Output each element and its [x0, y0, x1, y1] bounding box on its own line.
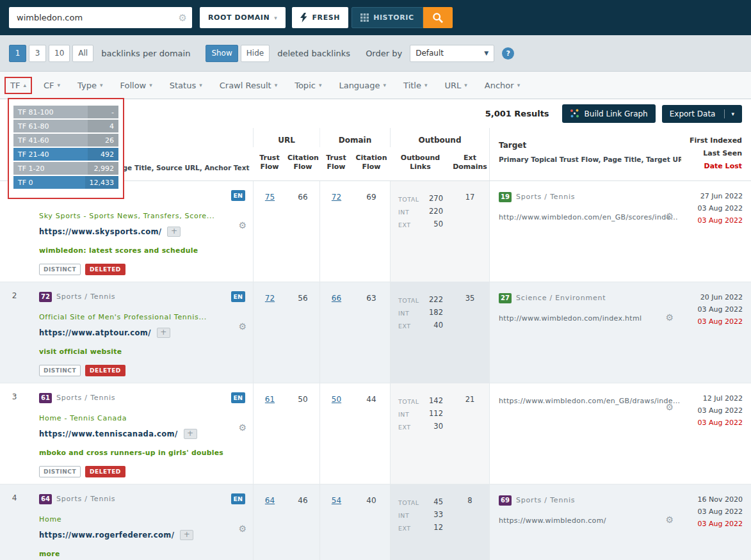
outbound-group-header: Outbound — [390, 128, 489, 147]
deleted-backlinks-label: deleted backlinks — [277, 49, 350, 58]
url-citation-flow-value: 46 — [286, 484, 319, 560]
chevron-down-icon: ▾ — [464, 82, 467, 88]
domain-trust-flow-value[interactable]: 72 — [332, 193, 341, 202]
grid-icon — [360, 13, 369, 22]
source-page-title-link[interactable]: Official Site of Men's Professional Tenn… — [39, 313, 207, 321]
source-page-title-link[interactable]: Home — [39, 515, 61, 524]
show-deleted-button[interactable]: Show — [206, 45, 238, 62]
build-link-graph-button[interactable]: Build Link Graph — [562, 104, 656, 123]
export-data-button[interactable]: Export Data ▾ — [662, 105, 742, 123]
gear-icon[interactable]: ⚙ — [665, 212, 674, 221]
filter-tf-label: TF — [10, 81, 20, 90]
target-topic-label: Science / Environment — [516, 294, 606, 302]
expand-plus-button[interactable]: + — [167, 227, 181, 237]
filter-anchor[interactable]: Anchor▾ — [485, 81, 520, 90]
outbound-links-cell: TOTAL270 INT220 EXT50 — [390, 181, 451, 282]
order-by-select[interactable]: Default ▼ — [410, 45, 494, 62]
chevron-down-icon: ▾ — [275, 82, 278, 88]
source-url-link[interactable]: https://www.rogerfederer.com/ — [39, 531, 174, 540]
filter-title-label: Title — [403, 81, 421, 90]
tf-option-3[interactable]: TF 21-40492 — [13, 148, 118, 161]
source-url-link[interactable]: https://www.skysports.com/ — [39, 227, 161, 236]
language-badge: EN — [231, 493, 245, 504]
domain-search-input[interactable] — [15, 12, 179, 23]
dates-cell: 27 Jun 2022 03 Aug 2022 03 Aug 2022 — [681, 181, 751, 282]
anchor-text-link[interactable]: wimbledon: latest scores and schedule — [39, 246, 198, 255]
filter-tf[interactable]: TF ▴ — [4, 77, 32, 94]
target-header-subtitle: Primary Topical Trust Flow, Page Title, … — [499, 156, 679, 163]
per-domain-option-1[interactable]: 1 — [9, 45, 26, 62]
outbound-links-cell: TOTAL142 INT112 EXT30 — [390, 383, 451, 484]
filter-follow[interactable]: Follow▾ — [120, 81, 152, 90]
outbound-int-value: 33 — [433, 509, 443, 522]
url-citation-flow-header: Citation Flow — [286, 147, 319, 180]
hide-deleted-button[interactable]: Hide — [241, 45, 270, 62]
gear-icon[interactable]: ⚙ — [238, 524, 246, 533]
date-lost: 03 Aug 2022 — [681, 417, 743, 429]
search-settings-gear-icon[interactable]: ⚙ — [179, 12, 187, 24]
filter-title[interactable]: Title▾ — [403, 81, 427, 90]
filter-status[interactable]: Status▾ — [170, 81, 202, 90]
expand-plus-button[interactable]: + — [184, 429, 197, 439]
filter-url-label: URL — [445, 81, 462, 90]
anchor-text-link[interactable]: mboko and cross runners-up in girls' dou… — [39, 449, 223, 457]
url-trust-flow-value[interactable]: 64 — [265, 496, 275, 505]
first-indexed-header: First Indexed — [681, 134, 742, 147]
first-indexed-date: 12 Jul 2022 — [681, 392, 743, 404]
filter-language[interactable]: Language▾ — [339, 81, 386, 90]
gear-icon[interactable]: ⚙ — [238, 221, 246, 230]
filter-url[interactable]: URL▾ — [445, 81, 467, 90]
domain-trust-flow-value[interactable]: 50 — [332, 395, 341, 404]
filter-type[interactable]: Type▾ — [77, 81, 102, 90]
outbound-links-cell: TOTAL45 INT33 EXT12 — [390, 484, 451, 560]
tf-option-4[interactable]: TF 1-202,992 — [13, 162, 118, 175]
target-cell: ⚙ 69 Sports / Tennis https://www.wimbled… — [489, 484, 681, 560]
domain-trust-flow-value[interactable]: 54 — [332, 496, 341, 505]
target-url: https://www.wimbledon.com/ — [499, 516, 606, 525]
topic-label: Sports / Tennis — [56, 394, 115, 402]
gear-icon[interactable]: ⚙ — [238, 322, 246, 331]
domain-trust-flow-value[interactable]: 66 — [332, 294, 341, 303]
expand-plus-button[interactable]: + — [180, 530, 193, 540]
deleted-badge: DELETED — [85, 365, 125, 376]
anchor-text-link[interactable]: visit official website — [39, 348, 122, 356]
first-indexed-date: 27 Jun 2022 — [681, 190, 743, 202]
historic-index-button[interactable]: HISTORIC — [351, 7, 423, 28]
search-submit-button[interactable] — [423, 7, 453, 28]
source-page-title-link[interactable]: Home - Tennis Canada — [39, 414, 127, 422]
gear-icon[interactable]: ⚙ — [238, 423, 246, 432]
target-column-header: Target Primary Topical Trust Flow, Page … — [489, 128, 681, 180]
target-url: http://www.wimbledon.com/index.html — [499, 314, 642, 323]
date-lost-header: Date Lost — [681, 160, 742, 173]
domain-citation-flow-value: 40 — [353, 484, 390, 560]
last-seen-date: 03 Aug 2022 — [681, 404, 743, 417]
url-trust-flow-value[interactable]: 75 — [265, 193, 275, 202]
source-page-title-link[interactable]: Sky Sports - Sports News, Transfers, Sco… — [39, 212, 214, 220]
tf-option-0[interactable]: TF 81-100- — [13, 106, 118, 118]
anchor-text-link[interactable]: more — [39, 550, 60, 558]
gear-icon[interactable]: ⚙ — [665, 403, 674, 412]
gear-icon[interactable]: ⚙ — [665, 515, 674, 524]
tf-option-1[interactable]: TF 61-804 — [13, 120, 118, 132]
tf-option-5[interactable]: TF 012,433 — [13, 176, 118, 189]
filter-crawl-result[interactable]: Crawl Result▾ — [220, 81, 277, 90]
per-domain-option-3[interactable]: 3 — [29, 45, 46, 62]
filter-cf[interactable]: CF▾ — [44, 81, 60, 90]
filter-topic[interactable]: Topic▾ — [295, 81, 321, 90]
source-url-link[interactable]: https://www.tenniscanada.com/ — [39, 429, 178, 438]
fresh-index-button[interactable]: FRESH — [292, 7, 348, 28]
tf-option-label: TF 0 — [13, 176, 85, 189]
per-domain-option-10[interactable]: 10 — [49, 45, 70, 62]
root-domain-dropdown-button[interactable]: ROOT DOMAIN ▾ — [200, 7, 286, 28]
outbound-int-value: 112 — [429, 408, 443, 420]
url-trust-flow-value[interactable]: 61 — [265, 395, 275, 404]
help-icon[interactable]: ? — [502, 47, 514, 60]
source-url-link[interactable]: https://www.atptour.com/ — [39, 328, 151, 337]
gear-icon[interactable]: ⚙ — [665, 313, 674, 322]
tf-option-2[interactable]: TF 41-6026 — [13, 134, 118, 147]
url-trust-flow-value[interactable]: 72 — [265, 294, 275, 303]
source-cell: EN ⚙ 64 Sports / Tennis Home https://www… — [29, 484, 253, 560]
ext-label: EXT — [398, 522, 411, 534]
expand-plus-button[interactable]: + — [157, 328, 170, 338]
per-domain-option-all[interactable]: All — [72, 45, 93, 62]
